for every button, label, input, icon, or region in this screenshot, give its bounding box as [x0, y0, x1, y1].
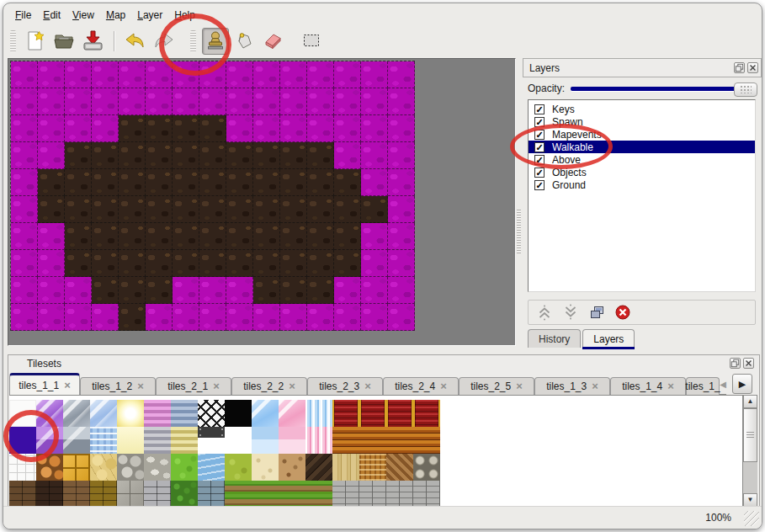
map-tile[interactable] — [38, 196, 65, 223]
palette-tile-none[interactable] — [225, 427, 252, 454]
select-tool-button[interactable] — [298, 28, 325, 55]
layer-row-above[interactable]: ✓Above — [529, 153, 755, 166]
map-tile[interactable] — [253, 196, 280, 223]
map-tile[interactable] — [388, 88, 415, 115]
palette-tile-awning-orange[interactable] — [359, 427, 386, 454]
palette-tile-glass-gray[interactable] — [63, 400, 90, 427]
eraser-tool-button[interactable] — [259, 28, 286, 55]
palette-tile-cobble-orange[interactable] — [36, 454, 63, 481]
map-tile[interactable] — [11, 196, 38, 223]
map-tile[interactable] — [199, 304, 226, 331]
map-tile[interactable] — [65, 115, 92, 142]
palette-tile-farm-rows[interactable] — [225, 481, 252, 508]
map-tile[interactable] — [11, 169, 38, 196]
map-tile[interactable] — [280, 250, 307, 277]
palette-scrollbar[interactable]: ▲ ▼ — [742, 395, 757, 507]
palette-tile-grass-bright[interactable] — [171, 454, 198, 481]
palette-tile-stripes-slate[interactable] — [171, 400, 198, 427]
map-tile[interactable] — [280, 115, 307, 142]
map-tile[interactable] — [146, 196, 173, 223]
map-tile[interactable] — [173, 88, 199, 115]
map-tile[interactable] — [92, 304, 119, 331]
map-tile[interactable] — [280, 277, 307, 304]
palette-tile-curtain-blue[interactable] — [305, 400, 332, 427]
close-tab-icon[interactable]: × — [667, 382, 674, 391]
map-tile[interactable] — [65, 169, 92, 196]
vertical-splitter[interactable] — [516, 58, 522, 344]
map-tile[interactable] — [92, 169, 119, 196]
map-tile[interactable] — [11, 250, 38, 277]
palette-tile-glass-gray2[interactable] — [63, 427, 90, 454]
map-tile[interactable] — [199, 142, 226, 169]
tileset-tab-tiles_1_1[interactable]: tiles_1_1× — [9, 373, 80, 395]
map-tile[interactable] — [388, 277, 415, 304]
map-tile[interactable] — [11, 88, 38, 115]
map-tile[interactable] — [119, 61, 146, 88]
tileset-tab-tiles_2_1[interactable]: tiles_2_1× — [156, 377, 231, 395]
map-tile[interactable] — [388, 196, 415, 223]
map-tile[interactable] — [280, 196, 307, 223]
map-tile[interactable] — [65, 196, 92, 223]
palette-tile-dirt[interactable] — [279, 454, 305, 481]
map-tile[interactable] — [11, 61, 38, 88]
tileset-tab-tiles_1_3[interactable]: tiles_1_3× — [534, 377, 610, 395]
palette-tile-plate-dark[interactable] — [198, 427, 225, 454]
tileset-tab-tiles_1_2[interactable]: tiles_1_2× — [80, 377, 156, 395]
map-tile[interactable] — [92, 88, 119, 115]
map-tile[interactable] — [92, 61, 119, 88]
undo-button[interactable] — [121, 28, 148, 55]
scrollbar-thumb[interactable] — [743, 408, 757, 462]
splitter-grip[interactable] — [517, 210, 521, 253]
map-tile[interactable] — [334, 169, 361, 196]
close-tab-icon[interactable]: × — [137, 382, 144, 391]
map-tile[interactable] — [226, 88, 253, 115]
close-tab-icon[interactable]: × — [364, 382, 371, 391]
map-tile[interactable] — [253, 88, 280, 115]
tileset-tab-tiles_2_5[interactable]: tiles_2_5× — [459, 377, 534, 395]
map-tile[interactable] — [307, 115, 334, 142]
map-tile[interactable] — [280, 169, 307, 196]
map-tile[interactable] — [361, 223, 388, 250]
palette-tile-stone-blocks[interactable] — [117, 481, 144, 508]
map-tile[interactable] — [119, 277, 146, 304]
map-tile[interactable] — [11, 142, 38, 169]
palette-tile-glass-purple2[interactable] — [36, 427, 63, 454]
map-tile[interactable] — [38, 61, 65, 88]
tileset-tab-tiles_2_4[interactable]: tiles_2_4× — [383, 377, 459, 395]
menu-item-map[interactable]: Map — [106, 9, 125, 21]
palette-tile-water[interactable] — [198, 454, 225, 481]
toolbar-grip[interactable] — [190, 30, 196, 52]
map-tile[interactable] — [199, 88, 226, 115]
layer-visibility-checkbox[interactable]: ✓ — [534, 117, 545, 127]
map-tile[interactable] — [334, 88, 361, 115]
save-map-button[interactable] — [79, 28, 106, 55]
map-tile[interactable] — [307, 88, 334, 115]
map-tile[interactable] — [199, 277, 226, 304]
map-tile[interactable] — [146, 61, 173, 88]
palette-tile-carpet-red[interactable] — [386, 400, 413, 427]
map-tile[interactable] — [226, 196, 253, 223]
map-tile[interactable] — [253, 277, 280, 304]
move-layer-up-button[interactable] — [534, 302, 555, 322]
map-tile[interactable] — [11, 115, 38, 142]
map-tile[interactable] — [253, 223, 280, 250]
layer-visibility-checkbox[interactable]: ✓ — [534, 168, 545, 178]
map-tile[interactable] — [334, 115, 361, 142]
layer-visibility-checkbox[interactable]: ✓ — [534, 130, 545, 140]
palette-tile-hedge[interactable] — [171, 481, 198, 508]
palette-tile-brick-midbrown[interactable] — [63, 481, 90, 508]
menu-item-layer[interactable]: Layer — [137, 9, 162, 21]
map-tile[interactable] — [92, 115, 119, 142]
map-tile[interactable] — [173, 277, 199, 304]
map-tile[interactable] — [65, 250, 92, 277]
map-tile[interactable] — [361, 196, 388, 223]
tab-layers[interactable]: Layers — [582, 329, 635, 348]
menu-item-help[interactable]: Help — [174, 9, 195, 21]
palette-tile-brick-slate[interactable] — [198, 481, 225, 508]
map-tile[interactable] — [11, 304, 38, 331]
map-tile[interactable] — [280, 304, 307, 331]
map-tile[interactable] — [334, 250, 361, 277]
map-tile[interactable] — [146, 169, 173, 196]
palette-tile-awning-orange[interactable] — [332, 427, 359, 454]
tab-history[interactable]: History — [528, 329, 581, 348]
